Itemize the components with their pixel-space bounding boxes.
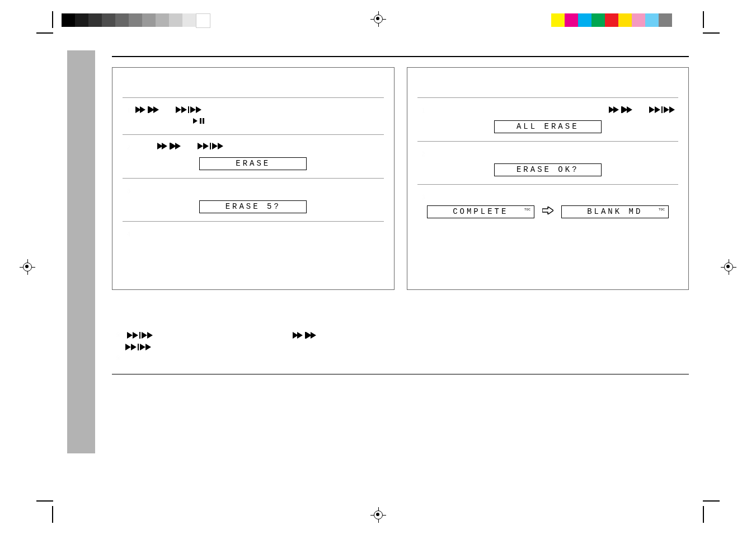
gray-swatch (156, 13, 169, 27)
color-swatch (578, 13, 591, 27)
color-swatch (632, 13, 645, 27)
gray-swatch (75, 13, 88, 27)
skip-back-icon (156, 143, 183, 152)
left-step-3: 3 (125, 186, 382, 196)
skip-forward-icon (198, 143, 224, 152)
crop-mark-bottom-right (703, 500, 725, 523)
registration-mark-bottom (370, 507, 386, 523)
left-step-4: 4 (125, 229, 382, 239)
gray-swatch (115, 13, 129, 27)
crop-mark-top-left (31, 11, 53, 34)
right-step-3: 3 (420, 193, 677, 202)
right-step-2: 2 (420, 149, 677, 159)
gray-swatch (169, 13, 182, 27)
left-heading (125, 80, 382, 90)
skip-forward-icon (649, 106, 676, 116)
left-step-1: 1 (125, 106, 382, 127)
skip-forward-icon (176, 106, 203, 116)
color-swatch (659, 13, 672, 27)
color-calibration-bar (551, 13, 672, 27)
display-blank-md: BLANK MDTOC (561, 205, 669, 218)
color-swatch (645, 13, 659, 27)
gray-swatch (142, 13, 156, 27)
color-swatch (605, 13, 618, 27)
right-step-1: 1 (420, 106, 677, 116)
gray-swatch (88, 13, 102, 27)
footnotes: ※ (112, 329, 689, 374)
gray-swatch (182, 13, 196, 27)
arrow-right-icon (542, 207, 553, 217)
registration-mark-right (721, 259, 736, 275)
display-erase-5: ERASE 5? (199, 200, 307, 213)
display-erase: ERASE (199, 157, 307, 170)
page-body: 1 2 (67, 50, 689, 484)
skip-forward-icon (127, 331, 156, 338)
gray-swatch (196, 13, 210, 28)
skip-forward-icon (125, 341, 152, 353)
gray-swatch (102, 13, 115, 27)
gray-swatch (62, 13, 75, 27)
grayscale-calibration-bar (62, 13, 210, 27)
crop-mark-bottom-left (31, 500, 53, 523)
right-heading (420, 80, 677, 90)
left-step-2: 2 (125, 143, 382, 153)
skip-back-icon (292, 331, 318, 338)
left-procedure-panel: 1 2 (112, 67, 395, 290)
skip-back-icon (134, 106, 161, 116)
color-swatch (565, 13, 578, 27)
right-procedure-panel: 1 ALL ERASE 2 ERASE OK? (407, 67, 689, 290)
registration-mark-left (20, 259, 35, 275)
color-swatch (551, 13, 565, 27)
skip-back-icon (608, 106, 635, 116)
color-swatch (618, 13, 632, 27)
color-swatch (591, 13, 605, 27)
registration-mark-top (370, 11, 386, 27)
display-erase-ok: ERASE OK? (494, 163, 602, 176)
play-pause-icon (193, 117, 382, 127)
display-all-erase: ALL ERASE (494, 120, 602, 133)
display-complete: COMPLETETOC (427, 205, 534, 218)
gray-swatch (129, 13, 142, 27)
section-rule (112, 56, 689, 57)
crop-mark-top-right (703, 11, 725, 34)
page-gutter-bar (67, 50, 95, 453)
